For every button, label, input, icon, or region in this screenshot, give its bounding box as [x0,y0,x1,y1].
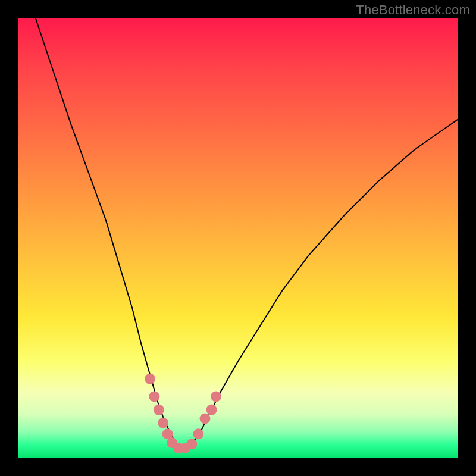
watermark-text: TheBottleneck.com [356,2,470,18]
trough-marker [158,418,168,428]
trough-marker [149,391,159,402]
chart-stage: TheBottleneck.com [0,0,476,476]
trough-marker [193,428,203,439]
trough-marker [200,413,211,424]
trough-marker [206,405,217,415]
trough-marker [211,391,221,402]
trough-marker [154,405,164,415]
trough-marker [145,374,155,384]
trough-marker-group [145,374,221,453]
bottleneck-curve [36,18,458,449]
curve-svg [18,18,458,458]
trough-marker [186,439,197,449]
gradient-plot-area [18,18,458,458]
